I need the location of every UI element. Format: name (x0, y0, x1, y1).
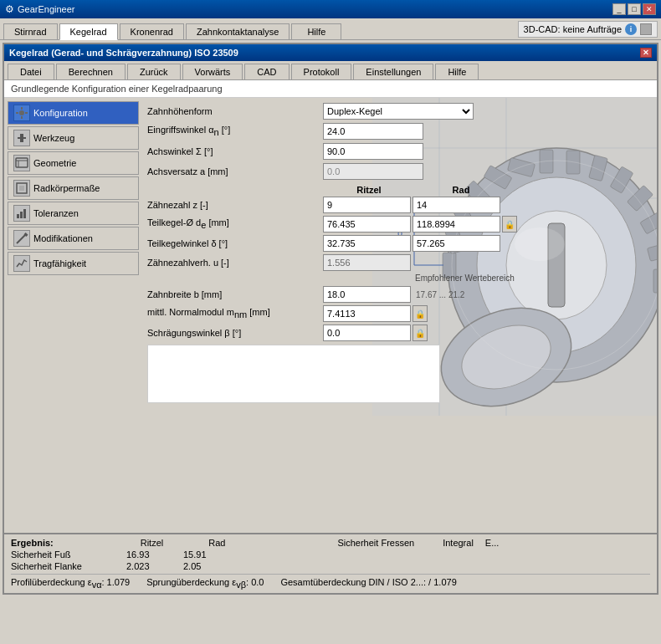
eingriffswinkel-label: Eingriffswinkel αn [°] (147, 125, 323, 137)
maximize-button[interactable]: □ (628, 3, 641, 15)
results-area: Ergebnis: Ritzel Rad Sicherheit Fressen … (4, 533, 657, 593)
teilkegel-row: Teilkegel-Ø de [mm] 🔒 (147, 216, 652, 233)
table-header: Ritzel Rad (323, 185, 652, 195)
teilkegelwinkel-ritzel-input[interactable] (323, 235, 411, 252)
modifikationen-icon (13, 230, 30, 247)
teilkegel-rad-input[interactable] (412, 216, 500, 233)
zahnhoehenform-select[interactable]: Duplex-Kegel Standard Klingelnberg (323, 103, 474, 120)
svg-rect-4 (25, 112, 28, 114)
result-flanke-label: Sicherheit Flanke (11, 561, 120, 571)
results-col-rad: Rad (208, 538, 225, 548)
result-fuss-ritzel: 16.93 (126, 549, 177, 560)
zahnezahlverh-row: Zähnezahlverh. u [-] (147, 254, 652, 271)
result-profilueb: Profilüberdeckung εvα: 1.079 (11, 577, 130, 590)
note-area (147, 345, 440, 403)
svg-rect-7 (16, 158, 28, 167)
zahnbreite-ritzel-input[interactable] (323, 286, 411, 303)
zahnezahl-row: Zähnezahl z [-] (147, 197, 652, 213)
top-tab-bar: Stirnrad Kegelrad Kronenrad Zahnkontakta… (0, 18, 661, 40)
cad-info-text: 3D-CAD: keine Aufträge (524, 24, 622, 34)
tab-protokoll[interactable]: Protokoll (291, 64, 352, 79)
sidebar-toleranzen[interactable]: Toleranzen (8, 202, 139, 225)
sidebar-konfiguration[interactable]: Konfiguration (8, 101, 139, 125)
title-bar: ⚙ GearEngineer _ □ ✕ (0, 0, 661, 18)
normalmodul-row: mittl. Normalmodul mnm [mm] 🔒 (147, 305, 652, 322)
form-fields: Zahnhöhenform Duplex-Kegel Standard Klin… (147, 103, 652, 403)
svg-rect-11 (19, 186, 24, 191)
minimize-button[interactable]: _ (612, 3, 626, 15)
results-title: Ergebnis: (11, 538, 54, 548)
result-gesamtueb: Gesamtüberdeckung DIN / ISO 2...: / 1.07… (280, 577, 456, 590)
result-sicherheit-fuss: Sicherheit Fuß 16.93 15.91 (11, 549, 650, 560)
zahnezahl-rad-input[interactable] (412, 197, 500, 213)
left-sidebar: Konfiguration Werkzeug Geometrie Radkörp… (4, 98, 142, 533)
tab-berechnen[interactable]: Berechnen (56, 64, 126, 79)
tab-zurueck[interactable]: Zurück (127, 64, 181, 79)
teilkegelwinkel-row: Teilkegelwinkel δ [°] (147, 235, 652, 252)
results-footer: Profilüberdeckung εvα: 1.079 Sprungüberd… (11, 574, 650, 590)
tab-kronenrad[interactable]: Kronenrad (120, 23, 184, 39)
col-ritzel-header: Ritzel (323, 185, 415, 195)
tab-stirnrad[interactable]: Stirnrad (3, 23, 58, 39)
teilkegelwinkel-rad-input[interactable] (412, 235, 500, 252)
werkzeug-icon (13, 130, 30, 146)
achswinkel-input[interactable]: 90.0 (323, 143, 423, 160)
svg-rect-13 (20, 212, 23, 218)
zahnbreite-range: 17.67 ... 21.2 (416, 290, 464, 299)
results-col-ritzel: Ritzel (141, 538, 164, 548)
window-title-bar: Kegelrad (Gerad- und Schrägverzahnung) I… (4, 44, 657, 61)
teilkegel-ritzel-input[interactable] (323, 216, 411, 233)
zahnhoehenform-row: Zahnhöhenform Duplex-Kegel Standard Klin… (147, 103, 652, 120)
zahnbreite-row: Zahnbreite b [mm] 17.67 ... 21.2 (147, 286, 652, 303)
app-icon: ⚙ (5, 3, 14, 15)
result-flanke-ritzel: 2.023 (126, 561, 177, 571)
top-tabs: Stirnrad Kegelrad Kronenrad Zahnkontakta… (3, 23, 341, 39)
table-section: Ritzel Rad Zähnezahl z [-] Teilkegel-Ø d… (147, 185, 652, 271)
schraeg-input[interactable] (323, 325, 411, 341)
achsversatz-input[interactable]: 0.0 (323, 163, 423, 180)
svg-rect-1 (21, 107, 23, 110)
schraeg-lock[interactable]: 🔒 (412, 325, 428, 341)
achsversatz-label: Achsversatz a [mm] (147, 166, 323, 176)
right-panel: δ Zahnhöhenform Duplex-Kegel Standard Kl… (142, 98, 657, 533)
tab-hilfe-top[interactable]: Hilfe (291, 23, 341, 39)
result-flanke-rad: 2.05 (183, 561, 233, 571)
normalmodul-lock[interactable]: 🔒 (412, 305, 428, 322)
tab-zahnkontaktanalyse[interactable]: Zahnkontaktanalyse (186, 23, 290, 39)
sidebar-geometrie[interactable]: Geometrie (8, 151, 139, 175)
tab-vorwaerts[interactable]: Vorwärts (182, 64, 243, 79)
schraeg-row: Schrägungswinkel β [°] 🔒 (147, 325, 652, 341)
tab-einstellungen[interactable]: Einstellungen (353, 64, 433, 79)
main-window: Kegelrad (Gerad- und Schrägverzahnung) I… (3, 43, 658, 595)
zahnhoehenform-label: Zahnhöhenform (147, 106, 323, 116)
teilkegel-lock[interactable]: 🔒 (502, 216, 517, 233)
zahnezahl-ritzel-input[interactable] (323, 197, 411, 213)
sidebar-tragfaehigkeit[interactable]: Tragfähigkeit (8, 252, 139, 275)
cad-settings-icon[interactable] (640, 23, 652, 35)
svg-rect-14 (23, 209, 26, 218)
sidebar-werkzeug[interactable]: Werkzeug (8, 126, 139, 150)
sidebar-modifikationen[interactable]: Modifikationen (8, 227, 139, 250)
schraeg-label: Schrägungswinkel β [°] (147, 328, 323, 338)
teilkegelwinkel-label: Teilkegelwinkel δ [°] (147, 238, 323, 248)
tragfaehigkeit-icon (13, 255, 30, 272)
info-icon[interactable]: i (625, 23, 637, 35)
app-title: GearEngineer (18, 4, 75, 14)
window-close-button[interactable]: ✕ (640, 48, 652, 58)
tab-cad[interactable]: CAD (244, 64, 289, 79)
eingriffswinkel-input[interactable]: 24.0 (323, 123, 423, 140)
svg-point-0 (19, 110, 24, 115)
svg-rect-3 (16, 112, 18, 114)
sidebar-radkoerpermasze[interactable]: Radkörpermaße (8, 176, 139, 200)
normalmodul-input[interactable] (323, 305, 411, 322)
tab-hilfe-second[interactable]: Hilfe (435, 64, 479, 79)
svg-line-15 (17, 235, 25, 243)
tab-kegelrad[interactable]: Kegelrad (59, 23, 118, 40)
svg-rect-38 (653, 269, 657, 293)
second-tab-bar: Datei Berechnen Zurück Vorwärts CAD Prot… (4, 61, 657, 80)
config-subtitle: Grundlegende Konfiguration einer Kegelra… (4, 80, 657, 98)
zahnezahlverh-input[interactable] (323, 254, 411, 271)
close-button[interactable]: ✕ (643, 3, 656, 15)
tab-datei[interactable]: Datei (8, 64, 54, 79)
results-col-e: E... (485, 538, 500, 548)
